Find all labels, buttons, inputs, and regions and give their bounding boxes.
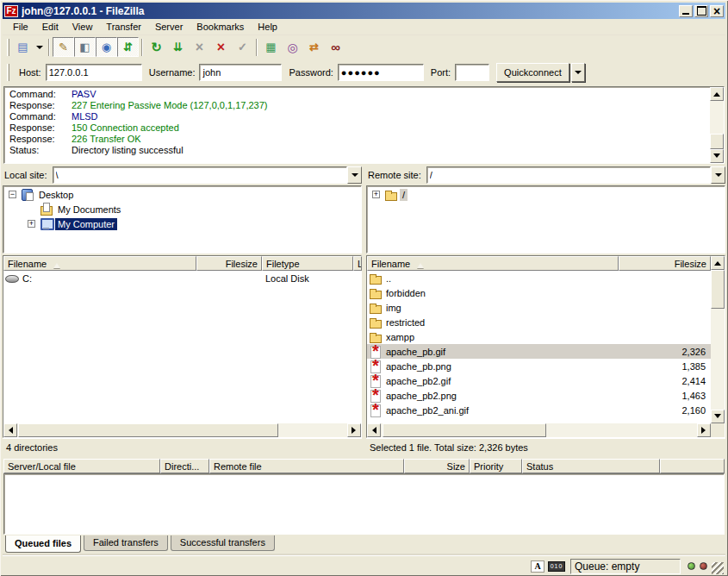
edit-menu[interactable]: Edit: [35, 20, 65, 34]
log-line-text: Directory listing successful: [72, 145, 184, 156]
server-menu[interactable]: Server: [148, 20, 190, 34]
maximize-button[interactable]: [694, 5, 708, 17]
username-input[interactable]: [199, 64, 282, 81]
scroll-right-button[interactable]: [347, 423, 361, 437]
speed-limit-indicator-icon[interactable]: [548, 561, 565, 572]
scroll-down-button[interactable]: [710, 149, 724, 163]
remote-site-input[interactable]: [426, 166, 711, 184]
scroll-thumb[interactable]: [383, 423, 546, 437]
transfer-menu[interactable]: Transfer: [99, 20, 148, 34]
log-line-text: 227 Entering Passive Mode (127,0,0,1,17,…: [72, 100, 267, 111]
remote-vertical-scrollbar[interactable]: [711, 256, 725, 423]
failed-transfers-tab[interactable]: Failed transfers: [84, 535, 168, 551]
column-header[interactable]: Filetype: [262, 256, 353, 271]
view-menu[interactable]: View: [65, 20, 100, 34]
menu-bar: File Edit View Transfer Server Bookmarks…: [3, 19, 725, 35]
disconnect-button[interactable]: [210, 37, 232, 57]
remote-file-row[interactable]: ..: [367, 271, 711, 285]
successful-transfers-tab[interactable]: Successful transfers: [171, 535, 275, 551]
local-horizontal-scrollbar[interactable]: [3, 423, 361, 437]
folder-icon: [384, 188, 398, 201]
separator-button: [141, 39, 143, 56]
remote-file-row[interactable]: img: [367, 300, 711, 315]
filesize-cell: 2,414: [628, 376, 711, 386]
file-menu[interactable]: File: [6, 20, 35, 34]
toggle-local-tree-button[interactable]: [74, 37, 96, 57]
local-tree-item[interactable]: Desktop: [3, 187, 361, 202]
remote-status-text: Selected 1 file. Total size: 2,326 bytes: [370, 442, 528, 453]
tree-expander-icon[interactable]: [28, 220, 35, 228]
port-input[interactable]: [455, 64, 489, 81]
quickconnect-button[interactable]: Quickconnect: [496, 63, 569, 82]
filename-cell: apache_pb2.gif: [384, 376, 628, 386]
column-header[interactable]: Filesize: [619, 256, 711, 271]
process-queue-button[interactable]: [167, 37, 189, 57]
quickconnect-dropdown-button[interactable]: [571, 63, 585, 82]
refresh-button[interactable]: [146, 37, 167, 57]
column-header[interactable]: L: [353, 256, 362, 271]
filter-button[interactable]: [260, 37, 282, 57]
site-manager-button[interactable]: [12, 37, 34, 57]
queue-column-header[interactable]: Directi...: [160, 459, 209, 473]
synchronized-browsing-button[interactable]: [303, 37, 325, 57]
local-site-input[interactable]: [53, 166, 347, 184]
host-input[interactable]: [46, 64, 142, 81]
resize-grip-icon[interactable]: [712, 562, 724, 574]
site-manager-dropdown-button[interactable]: [34, 37, 46, 57]
queue-column-header[interactable]: Size: [404, 459, 470, 473]
scroll-thumb[interactable]: [18, 423, 278, 437]
column-header[interactable]: Filename: [367, 256, 619, 271]
toggle-remote-tree-button[interactable]: [96, 37, 117, 57]
log-scrollbar[interactable]: [710, 87, 724, 163]
remote-file-row[interactable]: apache_pb.png 1,385: [367, 359, 711, 373]
password-input[interactable]: [338, 64, 424, 81]
scroll-up-button[interactable]: [710, 87, 724, 101]
queue-column-header[interactable]: Remote file: [209, 459, 404, 473]
tree-expander-icon[interactable]: [9, 191, 16, 198]
host-label: Host:: [19, 67, 41, 78]
remote-file-row[interactable]: apache_pb.gif 2,326: [367, 344, 711, 359]
minimize-button[interactable]: [679, 5, 693, 17]
remote-site-combobox[interactable]: [426, 166, 725, 184]
help-menu[interactable]: Help: [251, 20, 284, 34]
queue-column-header[interactable]: Priority: [470, 459, 522, 473]
titlebar[interactable]: Fz john@127.0.0.1 - FileZilla: [3, 3, 725, 19]
scroll-up-button[interactable]: [711, 256, 725, 270]
combo-dropdown-icon[interactable]: [711, 166, 725, 184]
local-file-row[interactable]: C: Local Disk: [3, 271, 361, 285]
remote-file-row[interactable]: forbidden: [367, 285, 711, 300]
scroll-right-button[interactable]: [697, 423, 711, 437]
column-header[interactable]: Filename: [3, 256, 196, 271]
queue-body: [3, 473, 725, 535]
remote-file-row[interactable]: apache_pb2_ani.gif 2,160: [367, 403, 711, 417]
queued-files-tab[interactable]: Queued files: [5, 535, 81, 553]
close-button[interactable]: [710, 5, 724, 17]
local-site-combobox[interactable]: [53, 166, 362, 184]
tree-expander-icon[interactable]: [372, 191, 380, 198]
combo-dropdown-icon[interactable]: [347, 166, 362, 184]
remote-file-row[interactable]: apache_pb2.gif 2,414: [367, 373, 711, 388]
scroll-thumb[interactable]: [711, 270, 725, 309]
remote-tree-item[interactable]: /: [367, 187, 725, 202]
toggle-message-log-button[interactable]: [53, 37, 74, 57]
bookmarks-menu[interactable]: Bookmarks: [190, 20, 251, 34]
compare-directories-button[interactable]: [282, 37, 303, 57]
queue-column-header[interactable]: Server/Local file: [3, 459, 160, 473]
toggle-queue-button[interactable]: [117, 37, 139, 57]
scroll-down-button[interactable]: [711, 410, 725, 423]
ascii-data-type-indicator-icon[interactable]: [531, 560, 544, 573]
filename-cell: apache_pb.gif: [384, 347, 628, 357]
remote-file-row[interactable]: xampp: [367, 329, 711, 344]
find-files-button[interactable]: [325, 37, 346, 57]
log-line-type: Command:: [9, 89, 72, 100]
remote-horizontal-scrollbar[interactable]: [367, 423, 725, 437]
remote-file-row[interactable]: apache_pb2.png 1,463: [367, 388, 711, 403]
remote-file-row[interactable]: restricted: [367, 315, 711, 329]
scroll-left-button[interactable]: [3, 423, 17, 437]
scroll-left-button[interactable]: [367, 423, 381, 437]
scroll-thumb[interactable]: [710, 134, 724, 149]
queue-column-header[interactable]: Status: [522, 459, 660, 473]
local-tree-item[interactable]: My Documents: [3, 202, 361, 216]
local-tree-item[interactable]: My Computer: [3, 216, 361, 231]
column-header[interactable]: Filesize: [196, 256, 262, 271]
